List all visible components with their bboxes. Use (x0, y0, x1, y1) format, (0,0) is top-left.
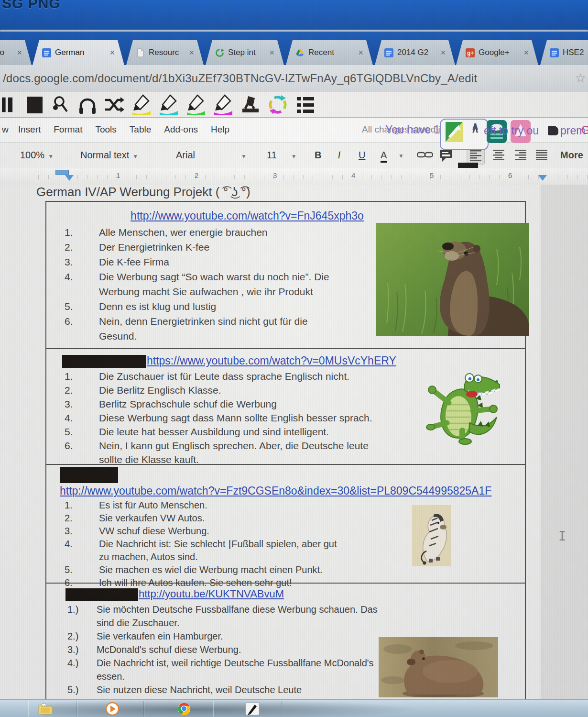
magnifier-pen-icon[interactable] (52, 94, 71, 115)
highlighter-magenta-icon[interactable] (213, 94, 233, 115)
text-color-caret[interactable]: ▼ (398, 153, 404, 159)
left-indent-marker[interactable] (65, 175, 74, 181)
more-button[interactable]: More (560, 150, 583, 161)
tab-partial[interactable]: oo × (0, 40, 32, 65)
highlighter-yellow-icon[interactable] (131, 94, 152, 115)
right-indent-marker[interactable] (538, 175, 547, 181)
item-text: Die Nachricht ist, weil richtige Deutsch… (97, 658, 374, 682)
item-text: Die Nachricht ist: Sie schlecht (99, 539, 228, 549)
highlighter-cyan-icon[interactable] (159, 94, 179, 115)
align-justify-icon[interactable] (535, 149, 548, 160)
windows-taskbar (0, 699, 588, 717)
question-list: 1.Alle Menschen, wer energie brauchen2.D… (46, 225, 348, 343)
list-item: 6.Nein, denn Energietrinken sind nicht g… (46, 314, 348, 343)
tab-2014-g2[interactable]: 2014 G2 × (375, 40, 455, 65)
insert-link-icon[interactable] (417, 149, 433, 160)
otter-image[interactable] (376, 223, 529, 336)
item-number: 6. (65, 439, 73, 452)
item-text: Alle Menschen, wer energie brauchen (99, 227, 268, 238)
align-left-icon[interactable] (469, 149, 482, 161)
tab-close-icon[interactable]: × (440, 48, 446, 57)
tab-german[interactable]: German × (33, 40, 124, 65)
tab-resource[interactable]: Resourc × (126, 40, 204, 65)
chrome-icon[interactable] (173, 701, 195, 716)
font-size-select[interactable]: 11▼ (267, 150, 297, 161)
shuffle-icon[interactable] (104, 94, 124, 115)
tab-label: oo (0, 48, 4, 57)
docs-menu-bar: wInsertFormatToolsTableAdd-onsHelp All c… (0, 118, 588, 142)
align-left-wrap[interactable] (467, 148, 485, 165)
ruler-ticks (38, 175, 588, 179)
underline-button[interactable]: U (359, 150, 365, 161)
item-number: 4.) (67, 656, 78, 670)
promo-text-left: You have 1 (385, 123, 440, 136)
item-text: Die Berlitz Englisch Klasse. (99, 385, 221, 396)
text-cursor: | (229, 539, 231, 549)
insert-comment-icon[interactable] (439, 149, 453, 162)
list-icon[interactable] (295, 94, 316, 115)
crocodile-cartoon-image[interactable] (424, 364, 504, 445)
address-bar[interactable]: /docs.google.com/document/d/1bXi3uZEf730… (0, 65, 588, 92)
ibeam-mouse-cursor: I (558, 529, 566, 543)
collapse-chevrons-icon[interactable]: ∧∧ (468, 122, 482, 133)
doc-section-berlitz: https://www.youtube.com/watch?v=0MUsVcYh… (46, 349, 525, 465)
tab-close-icon[interactable]: × (17, 48, 22, 57)
youtube-link[interactable]: http://www.youtube.com/watch?v=Fzt9CGSEn… (60, 485, 491, 497)
align-right-icon[interactable] (514, 149, 527, 160)
item-text: Nein, I kann gut Englisch sprechen. Aber… (99, 440, 369, 465)
zebra-cartoon-image[interactable] (412, 505, 451, 566)
tab-label: Step int (228, 48, 256, 57)
bold-button[interactable]: B (315, 150, 321, 161)
tab-close-icon[interactable]: × (189, 48, 194, 57)
tab-google-plus[interactable]: g+ Google+ × (456, 40, 538, 65)
item-number: 1. (65, 369, 73, 383)
font-family-select[interactable]: Arial▼ (176, 150, 247, 161)
tab-close-icon[interactable]: × (358, 48, 363, 57)
zoom-select[interactable]: 100%▼ (20, 150, 54, 161)
capybara-image[interactable] (379, 637, 498, 697)
desktop-file-label[interactable]: SG PNG (2, 0, 61, 11)
menu-format[interactable]: Format (54, 124, 82, 135)
menu-tools[interactable]: Tools (95, 124, 116, 135)
tab-close-icon[interactable]: × (269, 48, 274, 57)
google-plus-icon: g+ (466, 48, 475, 57)
list-item: 5.Sie machen es wiel die Werbung macht e… (46, 563, 348, 576)
annotation-pen-icon[interactable] (241, 701, 263, 716)
tab-close-icon[interactable]: × (109, 48, 115, 57)
file-icon (136, 48, 145, 57)
headphones-icon[interactable] (78, 94, 97, 115)
explorer-folder-icon[interactable] (34, 701, 56, 716)
italic-button[interactable]: I (338, 150, 341, 161)
menu-insert[interactable]: Insert (18, 124, 41, 135)
menu-table[interactable]: Table (130, 124, 151, 135)
menu-view-partial[interactable]: w (2, 124, 9, 135)
tab-close-icon[interactable]: × (523, 48, 529, 57)
extension-kite-icon[interactable] (445, 121, 464, 143)
stop-square-icon[interactable] (25, 94, 44, 115)
tab-recent[interactable]: Recent × (286, 40, 373, 65)
url-text[interactable]: /docs.google.com/document/d/1bXi3uZEf730… (0, 72, 477, 85)
item-number: 2.) (67, 629, 78, 643)
paragraph-style-select[interactable]: Normal text▼ (80, 150, 138, 161)
first-line-indent-marker[interactable] (55, 170, 69, 175)
item-text: Sie machen es wiel die Werbung macht ein… (99, 564, 323, 575)
pause-icon[interactable] (2, 94, 18, 115)
recycle-color-icon[interactable] (268, 94, 288, 115)
item-number: 5. (65, 425, 73, 439)
document-canvas[interactable]: German IV/AP Werbung Projekt ( ͡° ͜ʖ ͡°)… (0, 185, 588, 699)
menu-help[interactable]: Help (211, 124, 229, 135)
tab-step[interactable]: Step int × (206, 40, 284, 65)
menu-addons[interactable]: Add-ons (164, 124, 198, 135)
youtube-link[interactable]: https://www.youtube.com/watch?v=0MUsVcYh… (147, 354, 396, 367)
bookmark-star-icon[interactable]: ☆ (575, 71, 586, 86)
youtube-link[interactable]: http://youtu.be/KUKTNVABvuM (139, 588, 284, 600)
ruler-table-marker[interactable] (458, 163, 478, 168)
tab-hse2[interactable]: HSE2 (540, 40, 588, 65)
ruler-number: 4 (351, 171, 355, 179)
eraser-stamp-icon[interactable] (240, 94, 261, 115)
youtube-link[interactable]: http://www.youtube.com/watch?v=FnJ645xph… (131, 210, 364, 222)
text-color-button[interactable]: A (381, 150, 387, 163)
media-player-icon[interactable] (101, 701, 123, 716)
align-center-icon[interactable] (492, 149, 505, 160)
highlighter-green-icon[interactable] (186, 94, 206, 115)
